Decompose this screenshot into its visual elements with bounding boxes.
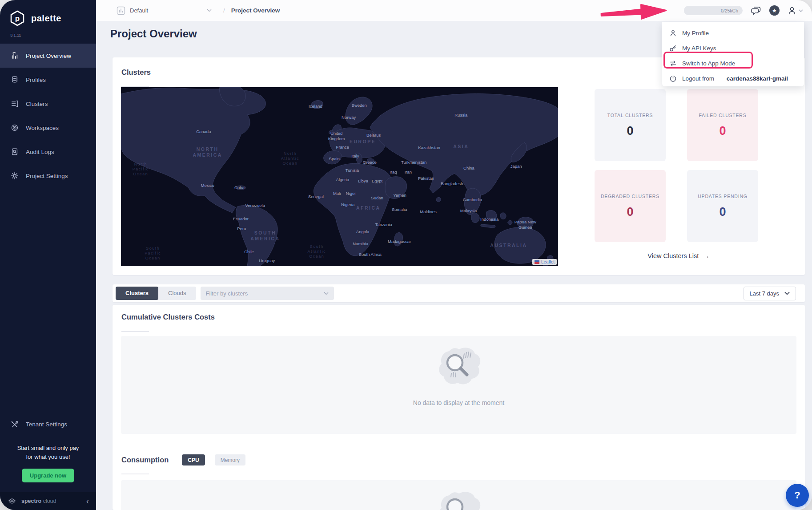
sidebar-item-workspaces[interactable]: Workspaces (0, 116, 96, 140)
sidebar-item-label: Project Settings (26, 173, 68, 179)
brand-text: spectro cloud (21, 498, 56, 504)
key-icon (669, 45, 677, 52)
sidebar-item-label: Audit Logs (26, 149, 54, 155)
project-selector-value: Default (130, 7, 148, 14)
sidebar-bottom: Tenant Settings Start small and only pay… (0, 413, 96, 510)
logo-row: p palette (0, 0, 96, 28)
upgrade-promo-text: Start small and only pay for what you us… (0, 437, 96, 461)
sidebar-collapse-icon[interactable]: ‹ (86, 497, 89, 505)
app-version: 3.1.11 (0, 28, 96, 44)
stat-value: 0 (627, 205, 633, 219)
view-clusters-list-link[interactable]: View Clusters List→ (595, 252, 758, 259)
stat-label: FAILED CLUSTERS (699, 113, 746, 118)
app-name: palette (31, 13, 61, 24)
filter-placeholder: Filter by clusters (206, 290, 248, 297)
stat-value: 0 (719, 124, 726, 138)
overview-chart-icon (11, 52, 19, 60)
sidebar-item-label: Workspaces (26, 125, 59, 131)
workspaces-target-icon (11, 124, 19, 132)
project-icon (117, 6, 125, 15)
consumption-section-title: Consumption (121, 456, 169, 464)
upgrade-now-button[interactable]: Upgrade now (22, 469, 74, 482)
tools-icon (11, 421, 19, 429)
user-icon (669, 29, 677, 37)
stat-card-updates-pending: UPDATES PENDING 0 (687, 170, 758, 242)
profiles-database-icon (11, 76, 19, 84)
stat-card-total-clusters: TOTAL CLUSTERS 0 (595, 89, 666, 161)
audit-logs-icon (11, 148, 19, 156)
scope-tabs: Clusters Clouds (116, 287, 196, 300)
world-map[interactable]: IcelandSwedenNorwayRussiaCanadaUnited Ki… (121, 87, 558, 266)
messages-icon[interactable] (751, 6, 761, 16)
power-icon (669, 75, 677, 82)
menu-item-logout[interactable]: Logout from cardenas88karl-gmail (669, 73, 804, 84)
svg-text:p: p (15, 14, 20, 23)
arrow-right-icon: → (703, 252, 710, 259)
usage-badge: 0/25kCh (684, 6, 743, 15)
user-menu-trigger[interactable] (788, 6, 803, 15)
stat-card-degraded-clusters: DEGRADED CLUSTERS 0 (595, 170, 666, 242)
sidebar-item-label: Clusters (26, 101, 48, 107)
toggle-memory[interactable]: Memory (215, 454, 245, 465)
no-data-illustration (435, 346, 483, 389)
world-map-svg (121, 87, 558, 266)
stat-label: UPDATES PENDING (698, 194, 748, 199)
menu-item-my-api-keys[interactable]: My API Keys (669, 43, 804, 53)
spectro-cloud-logo-icon (7, 497, 17, 506)
costs-section-title: Cumulative Clusters Costs (121, 313, 215, 321)
toggle-cpu[interactable]: CPU (182, 454, 205, 465)
logout-username: cardenas88karl-gmail (727, 75, 788, 82)
palette-logo-icon: p (9, 10, 26, 27)
user-icon (788, 6, 796, 15)
map-attribution[interactable]: Leaflet (532, 259, 557, 265)
sidebar-item-label: Tenant Settings (26, 421, 67, 428)
sidebar-item-profiles[interactable]: Profiles (0, 68, 96, 92)
sidebar-item-clusters[interactable]: Clusters (0, 92, 96, 116)
sidebar-nav: Project Overview Profiles Clusters (0, 44, 96, 188)
stat-card-failed-clusters: FAILED CLUSTERS 0 (687, 89, 758, 161)
project-selector[interactable]: Default (117, 6, 212, 15)
page-title: Project Overview (110, 28, 197, 40)
tab-clouds[interactable]: Clouds (158, 287, 196, 300)
breadcrumb-current: Project Overview (231, 7, 280, 14)
gear-icon (11, 172, 19, 180)
help-button[interactable]: ? (786, 484, 809, 507)
sidebar-item-label: Project Overview (26, 53, 71, 59)
swap-arrows-icon (669, 60, 677, 67)
user-dropdown-menu: My Profile My API Keys Switch to App Mod… (662, 22, 804, 86)
date-range-select[interactable]: Last 7 days (744, 287, 796, 300)
chevron-down-icon (784, 291, 790, 295)
no-data-illustration-partial (435, 490, 483, 510)
menu-item-my-profile[interactable]: My Profile (669, 28, 804, 38)
whats-new-star-icon[interactable]: ★ (769, 5, 780, 16)
stat-value: 0 (719, 205, 726, 219)
consumption-empty-area (121, 480, 796, 510)
sidebar: p palette 3.1.11 Project Overview Profil… (0, 0, 96, 510)
costs-empty-area: No data to display at the moment (121, 336, 796, 434)
chevron-down-icon (207, 9, 212, 12)
section-underline (121, 331, 149, 332)
clusters-list-icon (11, 100, 19, 108)
sidebar-item-label: Profiles (26, 77, 46, 83)
chevron-down-icon (799, 9, 803, 12)
stat-value: 0 (627, 124, 633, 138)
breadcrumb-divider: / (223, 7, 225, 14)
filter-by-clusters-select[interactable]: Filter by clusters (201, 287, 334, 300)
chevron-down-icon (324, 292, 329, 295)
no-data-text: No data to display at the moment (413, 399, 504, 406)
filter-bar: Clusters Clouds Filter by clusters Last … (113, 284, 805, 302)
brand-bar: spectro cloud ‹ (0, 492, 96, 510)
sidebar-item-project-settings[interactable]: Project Settings (0, 164, 96, 188)
clusters-section-title: Clusters (121, 68, 151, 77)
tab-clusters[interactable]: Clusters (116, 287, 158, 300)
consumption-header: Consumption CPU Memory (121, 454, 245, 465)
sidebar-item-project-overview[interactable]: Project Overview (0, 44, 96, 68)
menu-item-switch-app-mode[interactable]: Switch to App Mode (669, 58, 804, 69)
sidebar-item-audit-logs[interactable]: Audit Logs (0, 140, 96, 164)
clusters-overview-panel: Clusters (113, 57, 805, 275)
sidebar-item-tenant-settings[interactable]: Tenant Settings (0, 413, 96, 437)
app-window: p palette 3.1.11 Project Overview Profil… (0, 0, 812, 510)
stat-label: DEGRADED CLUSTERS (601, 194, 659, 199)
topbar: Default / Project Overview 0/25kCh ★ (96, 0, 812, 21)
costs-consumption-panel: Cumulative Clusters Costs No data to dis… (113, 305, 805, 510)
